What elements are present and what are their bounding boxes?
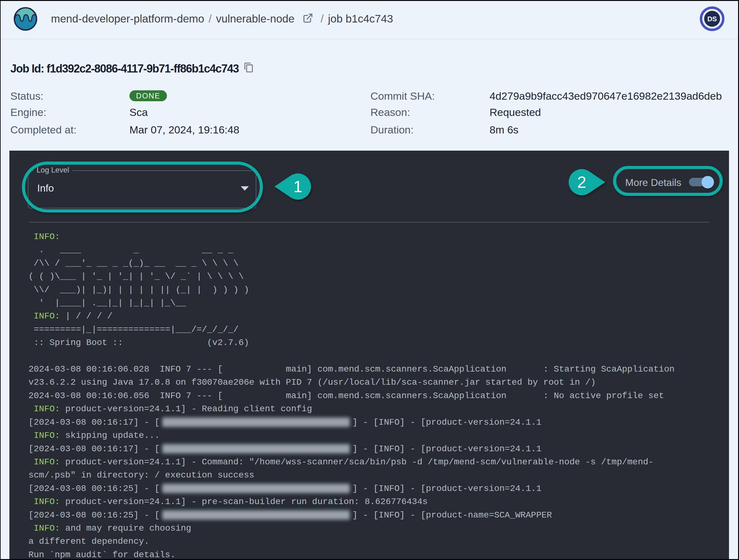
svg-text:1: 1 xyxy=(294,178,303,196)
svg-text:2: 2 xyxy=(577,173,586,191)
svg-text:DS: DS xyxy=(707,15,717,23)
